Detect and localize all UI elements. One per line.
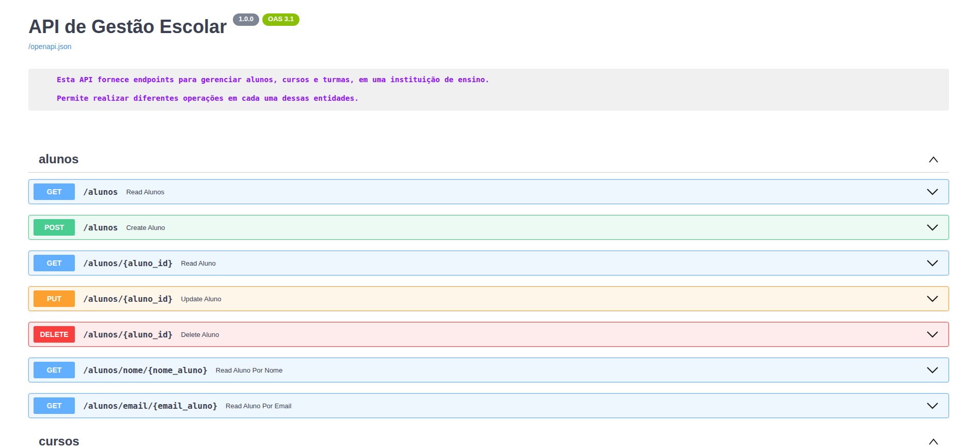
chevron-up-icon: [928, 156, 939, 164]
endpoint-row[interactable]: GET /alunos/email/{email_aluno} Read Alu…: [28, 393, 949, 418]
tag-section: alunos GET /alunos Read Alunos POST /alu…: [28, 147, 949, 418]
tag-name: cursos: [39, 434, 80, 447]
description-line: Esta API fornece endpoints para gerencia…: [57, 75, 939, 85]
openapi-spec-link[interactable]: /openapi.json: [28, 42, 71, 51]
chevron-down-icon: [926, 401, 939, 410]
endpoint-row[interactable]: POST /alunos Create Aluno: [28, 215, 949, 240]
endpoint-path: /alunos/email/{email_aluno}: [83, 401, 217, 411]
endpoint-summary: Update Aluno: [181, 295, 926, 303]
collapse-section-button[interactable]: [928, 438, 939, 446]
method-badge: PUT: [34, 290, 75, 307]
method-badge: POST: [34, 219, 75, 236]
method-badge: GET: [34, 397, 75, 414]
expand-endpoint-button[interactable]: [926, 294, 939, 303]
oas-badge: OAS 3.1: [262, 13, 299, 26]
endpoint-path: /alunos: [83, 187, 118, 197]
endpoint-list: GET /alunos Read Alunos POST /alunos Cre…: [28, 173, 949, 418]
expand-endpoint-button[interactable]: [926, 330, 939, 339]
method-badge: GET: [34, 183, 75, 200]
endpoint-summary: Delete Aluno: [181, 331, 926, 338]
endpoint-path: /alunos: [83, 223, 118, 233]
endpoint-row[interactable]: GET /alunos/{aluno_id} Read Aluno: [28, 251, 949, 275]
tag-section: cursos: [28, 429, 949, 447]
chevron-down-icon: [926, 258, 939, 268]
chevron-up-icon: [928, 438, 939, 446]
endpoint-row[interactable]: GET /alunos/nome/{nome_aluno} Read Aluno…: [28, 358, 949, 382]
chevron-down-icon: [926, 187, 939, 196]
method-badge: GET: [34, 255, 75, 271]
endpoint-path: /alunos/{aluno_id}: [83, 258, 172, 268]
tag-header[interactable]: alunos: [28, 147, 949, 173]
method-badge: DELETE: [34, 326, 75, 343]
endpoint-summary: Create Aluno: [126, 224, 926, 232]
api-title-text: API de Gestão Escolar: [28, 16, 227, 38]
page-title: API de Gestão Escolar 1.0.0 OAS 3.1: [28, 16, 949, 38]
title-badges: 1.0.0 OAS 3.1: [233, 13, 299, 26]
endpoint-summary: Read Aluno Por Email: [226, 402, 926, 410]
description-line: Permite realizar diferentes operações em…: [57, 94, 939, 104]
chevron-down-icon: [926, 365, 939, 375]
api-docs-page: API de Gestão Escolar 1.0.0 OAS 3.1 /ope…: [28, 16, 949, 447]
collapse-section-button[interactable]: [928, 156, 939, 164]
tag-header[interactable]: cursos: [28, 429, 949, 447]
endpoint-path: /alunos/{aluno_id}: [83, 330, 172, 340]
expand-endpoint-button[interactable]: [926, 258, 939, 268]
endpoint-row[interactable]: PUT /alunos/{aluno_id} Update Aluno: [28, 286, 949, 311]
expand-endpoint-button[interactable]: [926, 401, 939, 410]
endpoint-row[interactable]: DELETE /alunos/{aluno_id} Delete Aluno: [28, 322, 949, 347]
expand-endpoint-button[interactable]: [926, 365, 939, 375]
chevron-down-icon: [926, 223, 939, 232]
version-badge: 1.0.0: [233, 13, 259, 26]
endpoint-summary: Read Alunos: [126, 188, 926, 196]
expand-endpoint-button[interactable]: [926, 223, 939, 232]
endpoint-path: /alunos/nome/{nome_aluno}: [83, 365, 208, 375]
tag-sections: alunos GET /alunos Read Alunos POST /alu…: [28, 147, 949, 447]
endpoint-row[interactable]: GET /alunos Read Alunos: [28, 179, 949, 204]
tag-name: alunos: [39, 152, 78, 167]
chevron-down-icon: [926, 294, 939, 303]
endpoint-summary: Read Aluno: [181, 259, 926, 267]
api-description: Esta API fornece endpoints para gerencia…: [28, 69, 949, 111]
api-info-header: API de Gestão Escolar 1.0.0 OAS 3.1 /ope…: [28, 16, 949, 111]
method-badge: GET: [34, 362, 75, 378]
endpoint-summary: Read Aluno Por Nome: [216, 366, 926, 374]
endpoint-path: /alunos/{aluno_id}: [83, 294, 172, 304]
chevron-down-icon: [926, 330, 939, 339]
expand-endpoint-button[interactable]: [926, 187, 939, 196]
